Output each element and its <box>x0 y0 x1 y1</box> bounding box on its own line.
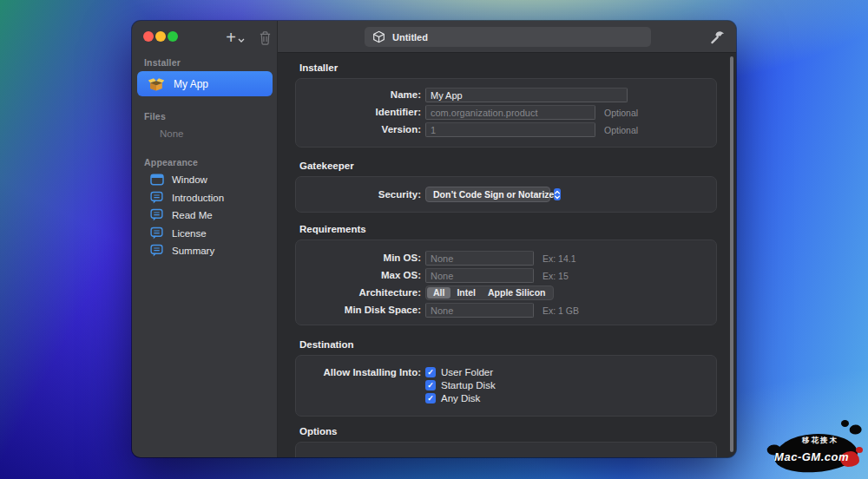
watermark: 移花接木 Mac-GM.com <box>766 420 861 474</box>
sidebar-item-label: License <box>172 228 207 239</box>
document-toolbar: Untitled <box>278 21 736 53</box>
sidebar-item-label: My App <box>174 78 208 90</box>
identifier-optional-hint: Optional <box>604 108 638 118</box>
checkbox-row-any-disk[interactable]: ✓ Any Disk <box>425 392 480 404</box>
min-os-label: Min OS: <box>296 253 421 263</box>
trash-icon <box>259 30 272 45</box>
sidebar-item-my-app[interactable]: My App <box>137 71 273 96</box>
delete-button[interactable] <box>255 26 274 49</box>
section-heading-requirements: Requirements <box>299 224 366 234</box>
max-os-input[interactable] <box>425 268 534 283</box>
sidebar-item-window[interactable]: Window <box>144 171 273 188</box>
min-disk-label: Min Disk Space: <box>296 305 421 315</box>
sidebar-section-installer: Installer <box>144 57 181 68</box>
checkbox-row-startup-disk[interactable]: ✓ Startup Disk <box>425 379 496 391</box>
name-label: Name: <box>296 89 421 100</box>
min-disk-input[interactable] <box>425 303 534 318</box>
sidebar: + Installer My App F <box>132 21 278 457</box>
max-os-hint: Ex: 15 <box>542 271 569 281</box>
speech-bubble-icon <box>149 226 164 240</box>
build-button[interactable] <box>707 28 727 45</box>
ink-blob <box>773 432 858 475</box>
sidebar-section-appearance: Appearance <box>144 157 198 167</box>
version-optional-hint: Optional <box>604 125 638 135</box>
gatekeeper-group: Security: Don’t Code Sign or Notarize <box>295 176 717 213</box>
sidebar-item-label: Introduction <box>172 193 224 203</box>
identifier-input[interactable] <box>425 105 595 120</box>
plus-icon: + <box>226 28 236 48</box>
speech-bubble-icon <box>149 191 164 205</box>
document-tab[interactable]: Untitled <box>365 27 651 47</box>
package-cube-icon <box>372 30 385 43</box>
requirements-group: Min OS: Ex: 14.1 Max OS: Ex: 15 Architec… <box>295 240 717 325</box>
min-os-hint: Ex: 14.1 <box>542 253 576 264</box>
checkbox-checked-icon[interactable]: ✓ <box>425 380 436 390</box>
app-window: + Installer My App F <box>132 21 736 457</box>
sidebar-files-none: None <box>160 128 184 139</box>
speech-bubble-icon <box>149 244 164 258</box>
add-package-button[interactable]: + <box>222 26 248 49</box>
checkbox-checked-icon[interactable]: ✓ <box>425 367 436 377</box>
max-os-label: Max OS: <box>296 270 421 280</box>
name-input[interactable] <box>425 88 628 102</box>
desktop-wallpaper: + Installer My App F <box>0 0 868 479</box>
window-icon <box>149 174 164 186</box>
security-dropdown[interactable]: Don’t Code Sign or Notarize <box>425 187 550 202</box>
scrollbar-thumb[interactable] <box>730 56 733 452</box>
settings-scroll-area: Installer Name: Identifier: Optional Ver… <box>278 53 736 457</box>
sidebar-item-label: Read Me <box>172 210 213 220</box>
ink-splatter-dot <box>841 420 849 427</box>
sidebar-item-read-me[interactable]: Read Me <box>144 207 273 224</box>
package-box-icon <box>148 76 165 92</box>
checkbox-label: User Folder <box>441 367 493 377</box>
checkbox-checked-icon[interactable]: ✓ <box>425 393 436 404</box>
minimize-window-button[interactable] <box>155 31 166 42</box>
installer-group: Name: Identifier: Optional Version: Opti… <box>295 78 717 148</box>
version-label: Version: <box>296 124 421 135</box>
speech-bubble-icon <box>149 208 164 222</box>
sidebar-item-license[interactable]: License <box>144 225 273 242</box>
section-heading-destination: Destination <box>299 339 354 350</box>
architecture-segmented-control: All Intel Apple Silicon <box>425 285 554 300</box>
allow-installing-label: Allow Installing Into: <box>296 367 421 377</box>
checkbox-label: Any Disk <box>441 393 480 404</box>
destination-group: Allow Installing Into: ✓ User Folder ✓ S… <box>295 355 717 417</box>
zoom-window-button[interactable] <box>168 31 178 42</box>
sidebar-item-label: Summary <box>172 246 214 256</box>
security-dropdown-value: Don’t Code Sign or Notarize <box>433 189 554 200</box>
chevron-down-icon <box>238 38 245 43</box>
red-splash <box>840 451 859 467</box>
version-input[interactable] <box>425 122 595 137</box>
architecture-label: Architecture: <box>296 287 421 298</box>
document-title: Untitled <box>392 32 428 43</box>
checkbox-row-user-folder[interactable]: ✓ User Folder <box>425 366 493 378</box>
security-label: Security: <box>296 189 421 200</box>
section-heading-options: Options <box>299 426 337 436</box>
watermark-site-text: Mac-GM.com <box>774 450 849 463</box>
sidebar-item-introduction[interactable]: Introduction <box>144 189 273 207</box>
checkbox-label: Startup Disk <box>441 380 496 390</box>
segment-apple-silicon[interactable]: Apple Silicon <box>482 287 552 299</box>
close-window-button[interactable] <box>143 31 154 42</box>
segment-all[interactable]: All <box>427 287 450 299</box>
section-heading-gatekeeper: Gatekeeper <box>299 161 354 171</box>
sidebar-section-files: Files <box>144 111 166 121</box>
segment-intel[interactable]: Intel <box>450 287 482 299</box>
main-content: Untitled Installer Name: Identifier: <box>278 21 736 457</box>
min-disk-hint: Ex: 1 GB <box>542 305 579 316</box>
sidebar-item-summary[interactable]: Summary <box>144 242 273 259</box>
min-os-input[interactable] <box>425 251 534 266</box>
sidebar-item-label: Window <box>172 174 207 185</box>
options-group <box>295 442 717 457</box>
dropdown-stepper-icon <box>554 188 561 200</box>
section-heading-installer: Installer <box>299 62 338 73</box>
identifier-label: Identifier: <box>296 107 421 117</box>
hammer-icon <box>709 29 726 45</box>
watermark-chinese-text: 移花接木 <box>802 436 838 446</box>
